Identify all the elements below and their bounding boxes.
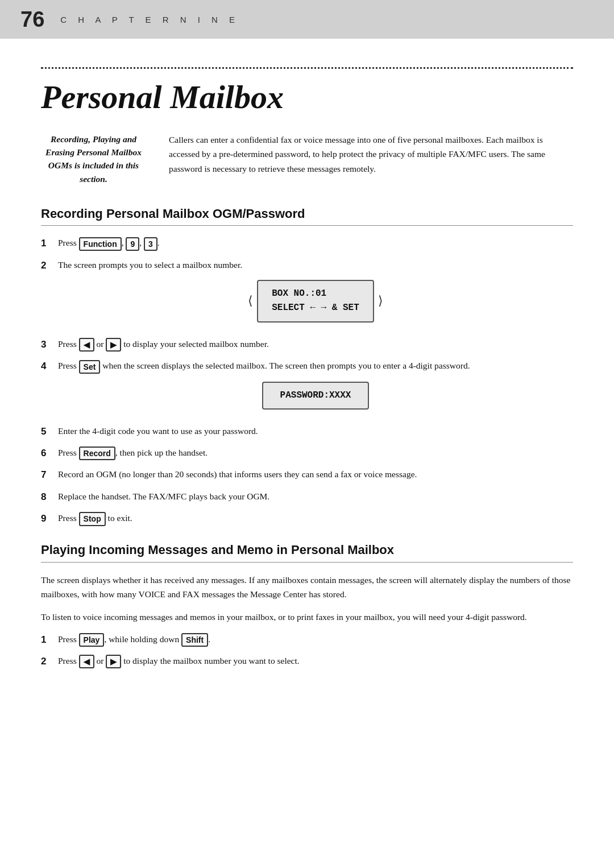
step-2-num: 2 (41, 258, 58, 273)
step-1-num: 1 (41, 236, 58, 251)
step-4: 4 Press Set when the screen displays the… (41, 359, 573, 417)
step-7: 7 Record an OGM (no longer than 20 secon… (41, 468, 573, 482)
section2-step-1-num: 1 (41, 633, 58, 647)
step-4-content: Press Set when the screen displays the s… (58, 359, 573, 417)
section2-body2: To listen to voice incoming messages and… (41, 610, 573, 625)
intro-paragraph: Callers can enter a confidential fax or … (169, 133, 573, 176)
lcd-box-2: PASSWORD:XXXX (262, 382, 370, 410)
main-content: Personal Mailbox Recording, Playing and … (0, 39, 614, 710)
sidebar-text: Recording, Playing and Erasing Personal … (41, 133, 146, 185)
step-4-num: 4 (41, 359, 58, 374)
step-2-content: The screen prompts you to select a mailb… (58, 258, 573, 330)
section2-step-1-content: Press Play, while holding down Shift. (58, 633, 573, 647)
chapter-label: C H A P T E R N I N E (60, 15, 239, 24)
key-right-arrow: ▶ (106, 338, 121, 352)
key-3: 3 (144, 237, 157, 251)
section2-heading: Playing Incoming Messages and Memo in Pe… (41, 542, 573, 559)
play-key: Play (79, 633, 105, 647)
section-playing: Playing Incoming Messages and Memo in Pe… (41, 542, 573, 669)
lcd-arrow-left: ⟨ (248, 291, 253, 311)
lcd-display-2: PASSWORD:XXXX (58, 382, 573, 410)
step-1-content: Press Function, 9, 3. (58, 236, 573, 251)
lcd-arrow-right: ⟩ (378, 291, 383, 311)
set-key: Set (79, 360, 101, 374)
step-6-content: Press Record, then pick up the handset. (58, 446, 573, 461)
lcd-line1: BOX NO.:01 (272, 287, 359, 301)
step-2: 2 The screen prompts you to select a mai… (41, 258, 573, 330)
intro-section: Recording, Playing and Erasing Personal … (41, 133, 573, 185)
section2-steps: 1 Press Play, while holding down Shift. … (41, 633, 573, 669)
header-bar: 76 C H A P T E R N I N E (0, 0, 614, 39)
section2-body1: The screen displays whether it has recei… (41, 573, 573, 602)
step-5: 5 Enter the 4-digit code you want to use… (41, 424, 573, 439)
key-9: 9 (126, 237, 139, 251)
sidebar: Recording, Playing and Erasing Personal … (41, 133, 146, 185)
page: 76 C H A P T E R N I N E Personal Mailbo… (0, 0, 614, 868)
step-3-content: Press ◀ or ▶ to display your selected ma… (58, 337, 573, 352)
step-6: 6 Press Record, then pick up the handset… (41, 446, 573, 461)
step-9: 9 Press Stop to exit. (41, 511, 573, 526)
function-key: Function (79, 237, 122, 251)
step-8: 8 Replace the handset. The FAX/MFC plays… (41, 490, 573, 505)
step-8-content: Replace the handset. The FAX/MFC plays b… (58, 490, 573, 503)
step-3-num: 3 (41, 337, 58, 352)
lcd-line2: SELECT ← → & SET (272, 301, 359, 316)
page-title: Personal Mailbox (41, 79, 573, 115)
stop-key: Stop (79, 512, 106, 526)
lcd-box-1: BOX NO.:01 SELECT ← → & SET (257, 280, 374, 323)
step-5-num: 5 (41, 424, 58, 439)
step-7-num: 7 (41, 468, 58, 482)
step-7-content: Record an OGM (no longer than 20 seconds… (58, 468, 573, 481)
section2-step-1: 1 Press Play, while holding down Shift. (41, 633, 573, 647)
section2-divider (41, 562, 573, 563)
section1-divider (41, 225, 573, 226)
step-8-num: 8 (41, 490, 58, 505)
step-9-num: 9 (41, 511, 58, 526)
step-9-content: Press Stop to exit. (58, 511, 573, 526)
section2-step-2: 2 Press ◀ or ▶ to display the mailbox nu… (41, 654, 573, 669)
section1-heading: Recording Personal Mailbox OGM/Password (41, 206, 573, 222)
shift-key: Shift (181, 633, 208, 647)
section2-step-2-num: 2 (41, 654, 58, 669)
record-key: Record (79, 447, 115, 460)
key-left-arrow: ◀ (79, 338, 94, 352)
step-1: 1 Press Function, 9, 3. (41, 236, 573, 251)
key-right-arrow-2: ▶ (106, 655, 121, 668)
step-3: 3 Press ◀ or ▶ to display your selected … (41, 337, 573, 352)
lcd-display-1: ⟨ BOX NO.:01 SELECT ← → & SET ⟩ (58, 280, 573, 323)
dotted-separator (41, 67, 573, 69)
chapter-number: 76 (20, 7, 44, 32)
section1-steps: 1 Press Function, 9, 3. 2 The screen pro… (41, 236, 573, 526)
section-recording: Recording Personal Mailbox OGM/Password … (41, 206, 573, 527)
key-left-arrow-2: ◀ (79, 655, 94, 668)
step-6-num: 6 (41, 446, 58, 461)
section2-step-2-content: Press ◀ or ▶ to display the mailbox numb… (58, 654, 573, 669)
intro-main: Callers can enter a confidential fax or … (169, 133, 573, 185)
step-5-content: Enter the 4-digit code you want to use a… (58, 424, 573, 438)
